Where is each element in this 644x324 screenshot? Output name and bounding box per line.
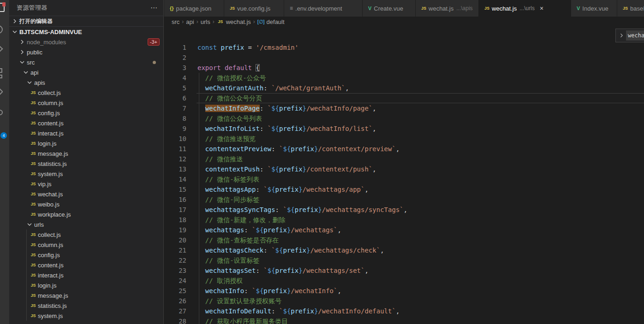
tree-item-vip-js[interactable]: JSvip.js <box>9 179 163 189</box>
chevron-down-icon[interactable] <box>22 69 30 76</box>
line-number[interactable]: 8 <box>164 113 186 124</box>
find-input[interactable]: wechatI <box>626 30 644 41</box>
breadcrumb-item-default[interactable]: [∅]default <box>257 18 285 25</box>
chevron-right-icon[interactable] <box>11 18 18 25</box>
line-number[interactable]: 23 <box>164 265 186 276</box>
line-number[interactable]: 6 <box>164 93 186 103</box>
chevron-right-icon[interactable] <box>18 48 26 56</box>
code-line[interactable]: // 微信-新建，修改，删除 <box>197 215 644 225</box>
code-lines[interactable]: const prefix = '/cmsadmin'export default… <box>197 42 644 324</box>
line-number[interactable]: 1 <box>164 42 186 53</box>
run-debug-icon[interactable] <box>0 45 3 53</box>
code-line[interactable]: // 微信推送预览 <box>197 134 644 144</box>
code-line[interactable]: contentextPush: `${prefix}/contentext/pu… <box>197 164 644 174</box>
code-line[interactable]: // 微信-设置标签 <box>197 255 644 265</box>
tree-item-config-js[interactable]: JSconfig.js <box>9 250 163 260</box>
tree-item-collect-js[interactable]: JScollect.js <box>9 230 163 240</box>
tree-item-message-js[interactable]: JSmessage.js <box>9 290 163 300</box>
tree-item-column-js[interactable]: JScolumn.js <box>9 240 163 250</box>
tab-create-vue[interactable]: VCreate.vue <box>363 0 416 17</box>
breadcrumb-item-urls[interactable]: urls <box>201 18 210 25</box>
code-line[interactable]: const prefix = '/cmsadmin' <box>197 42 644 53</box>
tab-vue-config-js[interactable]: JSvue.config.js <box>224 0 284 17</box>
tree-item-api[interactable]: api <box>9 67 163 77</box>
line-number[interactable]: 2 <box>164 53 186 63</box>
line-number[interactable]: 25 <box>164 286 186 296</box>
line-number[interactable]: 19 <box>164 225 186 235</box>
line-number[interactable]: 5 <box>164 83 186 93</box>
line-number[interactable]: 13 <box>164 164 186 174</box>
tree-item-interact-js[interactable]: JSinteract.js <box>9 270 163 280</box>
line-number[interactable]: 7 <box>164 103 186 113</box>
line-number-gutter[interactable]: 1234567891011121314151617181920212223242… <box>164 42 186 324</box>
code-line[interactable]: // 微信公众号列表 <box>197 113 644 124</box>
tree-item-login-js[interactable]: JSlogin.js <box>9 138 163 148</box>
code-line[interactable]: // 微信-查标签是否存在 <box>197 235 644 245</box>
tree-item-node-modules[interactable]: node_modules-3+ <box>9 37 163 47</box>
tab-baseh[interactable]: JSbaseH <box>617 0 644 17</box>
tree-item-src[interactable]: src <box>9 57 163 67</box>
tree-item-content-js[interactable]: JScontent.js <box>9 260 163 270</box>
code-line[interactable]: wechattagsApp: `${prefix}/wechattags/app… <box>197 184 644 194</box>
tree-item-bjtscms-adminvue[interactable]: BJTSCMS-ADMINVUE <box>9 27 163 37</box>
tree-item-urls[interactable]: urls <box>9 219 163 230</box>
line-number[interactable]: 21 <box>164 245 186 255</box>
chevron-down-icon[interactable] <box>26 221 33 228</box>
line-number[interactable]: 22 <box>164 255 186 265</box>
line-number[interactable]: 3 <box>164 63 186 73</box>
tab-wechat-js[interactable]: JSwechat.js...\apis <box>416 0 479 17</box>
open-editors-section[interactable]: 打开的编辑器 <box>9 16 163 27</box>
line-number[interactable]: 26 <box>164 296 186 306</box>
activity-bar[interactable]: 4 <box>0 0 9 324</box>
line-number[interactable]: 4 <box>164 73 186 83</box>
tree-item-message-js[interactable]: JSmessage.js <box>9 148 163 159</box>
code-line[interactable]: // 微信-同步标签 <box>197 194 644 205</box>
tree-item-weibo-js[interactable]: JSweibo.js <box>9 199 163 209</box>
breadcrumb-item-wechat-js[interactable]: JSwechat.js <box>217 18 251 25</box>
code-line[interactable]: // 设置默认登录授权账号 <box>197 296 644 306</box>
code-line[interactable]: // 微信公众号分页 <box>197 93 644 103</box>
close-icon[interactable]: × <box>540 5 543 12</box>
code-line[interactable]: wechatInfo: `${prefix}/wechatInfo`, <box>197 286 644 296</box>
tree-item-statistics-js[interactable]: JSstatistics.js <box>9 300 163 311</box>
breadcrumb-item-src[interactable]: src <box>172 18 179 25</box>
tab--env-development[interactable]: ≡.env.development <box>284 0 363 17</box>
tree-item-column-js[interactable]: JScolumn.js <box>9 98 163 108</box>
code-line[interactable]: wechatInfoPage: `${prefix}/wechatInfo/pa… <box>197 103 644 113</box>
line-number[interactable]: 27 <box>164 306 186 316</box>
chevron-right-icon[interactable] <box>18 38 26 46</box>
tree-item-interact-js[interactable]: JSinteract.js <box>9 128 163 138</box>
tree-item-public[interactable]: public <box>9 47 163 57</box>
code-line[interactable]: // 取消授权 <box>197 276 644 286</box>
tree-item-apis[interactable]: apis <box>9 77 163 88</box>
code-line[interactable] <box>197 53 644 63</box>
code-line[interactable]: // 微信推送 <box>197 154 644 164</box>
line-number[interactable]: 14 <box>164 174 186 184</box>
tree-item-system-js[interactable]: JSsystem.js <box>9 311 163 321</box>
tree-item-content-js[interactable]: JScontent.js <box>9 118 163 128</box>
code-line[interactable]: weChatGrantAuth: `/weChat/grantAuth`, <box>197 83 644 93</box>
tree-item-system-js[interactable]: JSsystem.js <box>9 169 163 179</box>
test-icon[interactable] <box>0 87 3 96</box>
tree-item-statistics-js[interactable]: JSstatistics.js <box>9 159 163 169</box>
tree-item-workplace-js[interactable]: JSworkplace.js <box>9 209 163 219</box>
line-number[interactable]: 10 <box>164 134 186 144</box>
line-number[interactable]: 20 <box>164 235 186 245</box>
code-line[interactable]: wechattags: `${prefix}/wechattags`, <box>197 225 644 235</box>
extensions-icon[interactable] <box>0 68 2 73</box>
line-number[interactable]: 15 <box>164 184 186 194</box>
line-number[interactable]: 16 <box>164 194 186 205</box>
account-icon[interactable] <box>0 110 3 115</box>
chevron-down-icon[interactable] <box>11 28 18 35</box>
search-icon[interactable] <box>0 25 3 34</box>
code-line[interactable]: // 微信-标签列表 <box>197 174 644 184</box>
tree-item-collect-js[interactable]: JScollect.js <box>9 88 163 98</box>
chevron-down-icon[interactable] <box>26 79 33 86</box>
tab-package-json[interactable]: {}package.json <box>164 0 224 17</box>
toggle-replace-chevron-icon[interactable] <box>619 33 624 38</box>
line-number[interactable]: 24 <box>164 276 186 286</box>
code-line[interactable]: wechattagsCheck: `${prefix}/wechattags/c… <box>197 245 644 255</box>
line-number[interactable]: 18 <box>164 215 186 225</box>
tab-index-vue[interactable]: VIndex.vue <box>571 0 617 17</box>
line-number[interactable]: 28 <box>164 316 186 324</box>
